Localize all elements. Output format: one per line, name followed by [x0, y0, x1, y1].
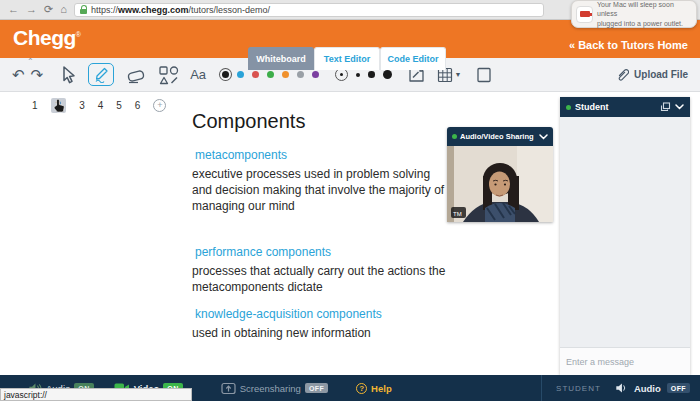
- redo-icon[interactable]: ↷: [31, 66, 44, 84]
- chat-message-input[interactable]: [566, 357, 683, 367]
- stroke-size-2[interactable]: [356, 73, 360, 77]
- mac-sleep-notification[interactable]: Your Mac will sleep soon unless plugged …: [571, 0, 697, 28]
- stroke-size-4[interactable]: [383, 70, 392, 79]
- page-3[interactable]: 3: [79, 100, 85, 111]
- shapes-tool-icon[interactable]: [158, 65, 179, 85]
- hand-cursor-icon: [53, 98, 66, 113]
- whiteboard-title: Components: [192, 110, 450, 133]
- chegg-logo[interactable]: Chegg®: [13, 26, 81, 50]
- help-button[interactable]: ? Help: [356, 383, 392, 394]
- link-status-tooltip: javascript://: [0, 388, 192, 401]
- notification-text: Your Mac will sleep soon unless plugged …: [597, 0, 692, 27]
- address-bar[interactable]: https://www.chegg.com/tutors/lesson-demo…: [74, 3, 544, 17]
- blank-page-icon[interactable]: [476, 67, 492, 83]
- home-icon[interactable]: ⌂: [60, 4, 67, 15]
- add-page-button[interactable]: +: [153, 99, 166, 112]
- url-text: https://www.chegg.com/tutors/lesson-demo…: [91, 5, 270, 15]
- color-swatch-red[interactable]: [252, 71, 259, 78]
- reload-icon[interactable]: ⟳: [44, 4, 53, 15]
- text-tool-icon[interactable]: Aa: [190, 67, 206, 82]
- remote-role-label: STUDENT: [556, 384, 601, 393]
- webcam-video: TM: [447, 146, 553, 222]
- student-chat-panel: Student: [560, 97, 690, 375]
- section-body: processes that actually carry out the ac…: [192, 264, 450, 296]
- color-swatch-blue[interactable]: [237, 71, 244, 78]
- forward-icon[interactable]: →: [26, 4, 37, 15]
- battery-app-icon: [576, 6, 593, 23]
- screensharing-toggle[interactable]: Screensharing OFF: [221, 382, 328, 395]
- online-status-dot: [566, 105, 571, 110]
- chevron-down-icon: ▼: [455, 71, 462, 78]
- registered-mark: ®: [76, 31, 81, 38]
- page-1[interactable]: 1: [32, 100, 38, 111]
- paperclip-icon: [616, 68, 629, 82]
- speaker-icon: [615, 382, 628, 394]
- ssl-lock-icon: [80, 5, 87, 14]
- help-label: Help: [371, 383, 392, 394]
- section-body: executive processes used in problem solv…: [192, 167, 450, 214]
- chat-messages-area[interactable]: [560, 117, 690, 347]
- color-swatch-gray[interactable]: [297, 71, 304, 78]
- back-to-tutors-link[interactable]: « Back to Tutors Home: [569, 39, 688, 51]
- section-heading: metacomponents: [195, 148, 450, 162]
- back-icon[interactable]: ←: [8, 4, 19, 15]
- color-swatch-orange[interactable]: [282, 71, 289, 78]
- remote-audio-label: Audio: [634, 383, 661, 394]
- eraser-tool-icon[interactable]: [125, 66, 147, 84]
- svg-text:TM: TM: [453, 211, 462, 217]
- whiteboard-section: performance components processes that ac…: [192, 245, 450, 296]
- section-heading: performance components: [195, 245, 450, 259]
- section-body: used in obtaining new information: [192, 326, 450, 342]
- page-6[interactable]: 6: [135, 100, 141, 111]
- whiteboard-canvas[interactable]: Components metacomponents executive proc…: [192, 110, 450, 342]
- page-5[interactable]: 5: [116, 100, 122, 111]
- video-panel: Audio/Video Sharing TM: [447, 127, 553, 222]
- collapse-toolbar-icon[interactable]: ⌃: [27, 57, 34, 66]
- pointer-tool-icon[interactable]: [59, 65, 77, 85]
- pencil-tool-icon[interactable]: [88, 63, 114, 86]
- app-window: ← → ⟳ ⌂ https://www.chegg.com/tutors/les…: [0, 0, 700, 401]
- page-4[interactable]: 4: [98, 100, 104, 111]
- screensharing-state-badge: OFF: [305, 383, 328, 393]
- screensharing-label: Screensharing: [240, 383, 301, 394]
- color-swatch-green[interactable]: [267, 71, 274, 78]
- color-swatch-purple[interactable]: [312, 71, 319, 78]
- screenshare-icon: [221, 382, 236, 395]
- color-swatch-black[interactable]: [222, 71, 229, 78]
- editor-tabs: Whiteboard Text Editor Code Editor: [248, 47, 446, 70]
- popout-icon[interactable]: [660, 102, 671, 112]
- tab-code-editor[interactable]: Code Editor: [380, 47, 446, 70]
- tab-whiteboard[interactable]: Whiteboard: [248, 47, 314, 70]
- undo-icon[interactable]: ↶: [12, 66, 25, 84]
- online-status-dot: [452, 134, 457, 139]
- stroke-size-3[interactable]: [368, 71, 375, 78]
- whiteboard-section: metacomponents executive processes used …: [192, 148, 450, 214]
- upload-file-button[interactable]: Upload File: [616, 68, 688, 82]
- student-panel-title: Student: [575, 102, 656, 112]
- video-panel-header[interactable]: Audio/Video Sharing: [447, 127, 553, 146]
- remote-user-controls: STUDENT Audio OFF: [541, 375, 690, 401]
- color-palette: [222, 71, 319, 78]
- tab-text-editor[interactable]: Text Editor: [314, 47, 380, 70]
- chat-input-bar: [560, 347, 690, 375]
- chevron-down-icon[interactable]: [675, 104, 684, 110]
- chevron-down-icon[interactable]: [539, 134, 548, 140]
- whiteboard-section: knowledge-acquisition components used in…: [192, 307, 450, 342]
- question-mark-icon: ?: [356, 383, 367, 394]
- student-panel-header[interactable]: Student: [560, 97, 690, 117]
- page-2-active[interactable]: 2: [51, 98, 67, 113]
- remote-audio-state-badge[interactable]: OFF: [667, 383, 690, 393]
- section-heading: knowledge-acquisition components: [195, 307, 450, 321]
- video-panel-title: Audio/Video Sharing: [460, 132, 536, 141]
- battery-icon: [580, 11, 590, 17]
